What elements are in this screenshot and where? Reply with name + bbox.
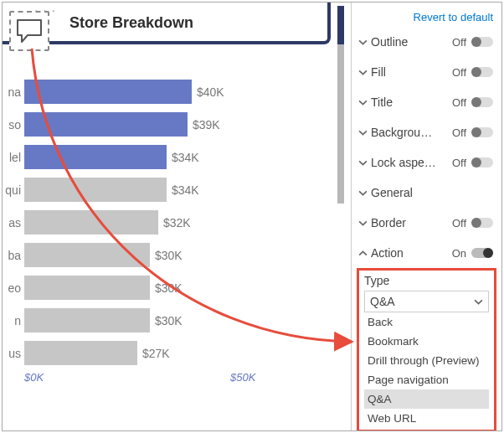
bar-value-label: $40K [197,85,224,99]
bar-value-label: $34K [172,183,199,197]
property-label: Border [371,216,406,229]
bar-category-label: lel [3,151,24,164]
qna-icon-button[interactable] [9,11,49,51]
property-row-left: General [358,186,413,199]
card-border-accent [337,6,344,44]
bar-value-label: $30K [155,314,183,327]
property-row-left: Action [358,246,404,260]
bar-fill [24,308,150,332]
dropdown-option[interactable]: Q&A [364,389,489,409]
bar-fill [24,178,167,202]
toggle-state-label: Off [452,126,466,139]
chevron-down-icon [358,219,368,228]
toggle-switch[interactable] [471,97,493,107]
dropdown-option[interactable]: Page navigation [364,370,489,389]
bar-row: lel$34K [3,145,321,169]
bar-chart: na$40Kso$39Klel$34Kqui$34Kas$32Kba$30Keo… [3,80,321,374]
property-row-right: Off [452,157,493,169]
chevron-down-icon [358,68,368,77]
action-type-section: Type Q&A BackBookmarkDrill through (Prev… [357,268,496,431]
property-row-right: Off [452,96,493,109]
property-label: Fill [371,65,386,79]
bar-value-label: $32K [163,216,191,229]
property-row-left: Outline [358,35,408,49]
bar-row: so$39K [3,112,321,137]
bar-category-label: us [3,347,24,360]
bar-fill [24,243,150,267]
toggle-switch[interactable] [471,67,493,77]
bar-row: ba$30K [3,243,321,267]
toggle-switch[interactable] [471,37,493,47]
bar-category-label: na [3,85,24,99]
chevron-down-icon [358,158,368,168]
property-label: Outline [371,35,408,49]
property-row-left: Title [358,95,393,109]
property-row-action[interactable]: ActionOn [352,238,501,268]
property-row-left: Backgrou… [358,126,432,139]
bar-fill [24,145,167,169]
property-row-outline[interactable]: OutlineOff [352,27,501,57]
chevron-down-icon [358,98,368,107]
dropdown-option[interactable]: Web URL [364,409,489,428]
bar-value-label: $34K [172,151,199,164]
bar-category-label: n [3,314,24,327]
bar-fill [24,80,192,104]
toggle-switch[interactable] [471,157,493,168]
toggle-knob [471,97,481,107]
property-row-right: Off [452,66,493,79]
speech-bubble-icon [16,18,43,44]
chart-card: · · · Store Breakdown na$40Kso$39Klel$34… [3,3,331,389]
toggle-switch[interactable] [471,127,493,137]
bar-category-label: so [3,118,24,131]
bar-fill [24,112,188,137]
chart-title: Store Breakdown [69,14,193,32]
bar-value-label: $39K [193,118,220,131]
toggle-state-label: Off [452,157,466,169]
bar-track: $40K [24,80,321,104]
dropdown-option[interactable]: Drill through (Preview) [364,351,489,370]
bar-track: $32K [24,210,321,235]
bar-track: $34K [24,145,321,169]
bar-row: qui$34K [3,178,321,202]
bar-track: $27K [24,341,321,365]
property-row-border[interactable]: BorderOff [352,208,501,238]
format-pane: Revert to default OutlineOffFillOffTitle… [351,3,501,430]
property-label: Action [371,246,404,260]
bar-category-label: as [3,216,24,229]
revert-to-default-link[interactable]: Revert to default [352,8,501,27]
scroll-track [337,44,344,204]
toggle-knob [483,248,493,258]
dropdown-option[interactable]: Bookmark [364,332,489,351]
bar-fill [24,341,137,365]
dropdown-option[interactable]: Back [364,312,489,332]
type-dropdown-list: BackBookmarkDrill through (Preview)Page … [364,312,489,428]
bar-fill [24,276,150,300]
property-row-lockaspe[interactable]: Lock aspe…Off [352,147,501,178]
property-row-fill[interactable]: FillOff [352,57,501,87]
bar-track: $30K [24,276,321,300]
toggle-state-label: Off [452,217,466,229]
chevron-down-icon [358,128,368,137]
toggle-switch[interactable] [471,218,493,228]
chevron-down-icon [358,188,368,198]
type-label: Type [364,274,489,287]
property-label: Title [371,95,393,109]
property-row-title[interactable]: TitleOff [352,87,501,117]
toggle-knob [471,157,481,168]
toggle-switch[interactable] [471,248,493,258]
toggle-knob [471,37,481,47]
toggle-state-label: On [452,247,466,260]
type-dropdown-value: Q&A [370,295,395,308]
bar-track: $39K [24,112,321,137]
bar-fill [24,210,158,235]
type-dropdown[interactable]: Q&A [364,291,489,312]
bar-track: $34K [24,178,321,202]
bar-category-label: eo [3,281,24,295]
property-row-right: Off [452,36,493,49]
toggle-state-label: Off [452,96,466,109]
property-row-backgrou[interactable]: Backgrou…Off [352,117,501,147]
property-row-right: On [452,247,493,260]
property-label: Lock aspe… [371,156,436,169]
property-row-general[interactable]: General [352,178,501,208]
bar-value-label: $30K [155,281,183,295]
